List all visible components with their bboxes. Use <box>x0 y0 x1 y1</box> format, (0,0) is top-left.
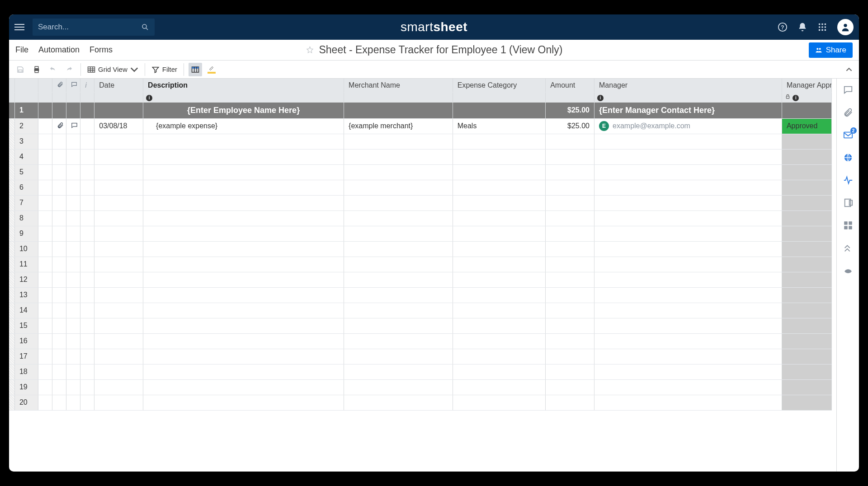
cell[interactable] <box>453 210 545 226</box>
cell[interactable] <box>453 134 545 149</box>
cell[interactable] <box>546 364 594 379</box>
cell[interactable] <box>782 364 831 379</box>
row-number[interactable]: 17 <box>14 349 38 364</box>
cell[interactable] <box>782 164 831 180</box>
cell[interactable] <box>94 180 143 195</box>
cell[interactable] <box>143 257 344 272</box>
menu-file[interactable]: File <box>15 45 28 55</box>
row-number[interactable]: 14 <box>14 303 38 318</box>
view-switcher[interactable]: Grid View <box>85 63 140 76</box>
cell[interactable] <box>453 257 545 272</box>
cell[interactable] <box>94 379 143 395</box>
cell[interactable] <box>782 210 831 226</box>
cell[interactable] <box>344 195 453 210</box>
apps-grid-icon[interactable] <box>817 22 827 32</box>
cell[interactable] <box>453 241 545 257</box>
cell[interactable] <box>344 134 453 149</box>
print-button[interactable] <box>30 63 43 76</box>
cell[interactable] <box>344 318 453 333</box>
cell[interactable] <box>782 318 831 333</box>
cell[interactable] <box>594 164 782 180</box>
cell[interactable] <box>344 164 453 180</box>
cell[interactable] <box>594 210 782 226</box>
cell[interactable] <box>453 379 545 395</box>
cell[interactable] <box>594 195 782 210</box>
cell[interactable] <box>94 272 143 287</box>
save-button[interactable] <box>14 63 27 76</box>
cell[interactable] <box>453 149 545 164</box>
menu-automation[interactable]: Automation <box>38 45 80 55</box>
rail-attachments[interactable] <box>843 107 853 117</box>
cell[interactable] <box>143 333 344 349</box>
cell[interactable] <box>143 241 344 257</box>
cell[interactable] <box>782 134 831 149</box>
cell-amount[interactable]: $25.00 <box>546 118 594 134</box>
rail-more-2[interactable] <box>843 243 853 253</box>
cell[interactable] <box>546 287 594 303</box>
cell[interactable] <box>143 303 344 318</box>
cell[interactable] <box>546 333 594 349</box>
cell[interactable] <box>453 349 545 364</box>
cell[interactable] <box>782 180 831 195</box>
row-number[interactable]: 13 <box>14 287 38 303</box>
row-number[interactable]: 2 <box>14 118 38 134</box>
cell[interactable] <box>594 318 782 333</box>
cell[interactable] <box>344 364 453 379</box>
cell[interactable] <box>782 272 831 287</box>
menu-forms[interactable]: Forms <box>90 45 113 55</box>
cell[interactable] <box>594 333 782 349</box>
cell[interactable] <box>344 287 453 303</box>
cell[interactable] <box>453 195 545 210</box>
cell-description[interactable]: {example expense} <box>143 118 344 134</box>
cell[interactable] <box>143 164 344 180</box>
share-button[interactable]: Share <box>809 42 853 58</box>
row-number[interactable]: 1 <box>14 102 38 118</box>
cell[interactable] <box>344 333 453 349</box>
cell[interactable] <box>94 287 143 303</box>
cell[interactable] <box>344 180 453 195</box>
summary-manager[interactable]: {Enter Manager Contact Here} <box>594 102 782 118</box>
collapse-toolbar[interactable] <box>844 64 854 75</box>
row-number[interactable]: 8 <box>14 210 38 226</box>
cell[interactable] <box>143 149 344 164</box>
row-number[interactable]: 12 <box>14 272 38 287</box>
cell[interactable] <box>344 272 453 287</box>
search-box[interactable] <box>33 19 155 36</box>
cell[interactable] <box>594 226 782 241</box>
rail-comments[interactable] <box>843 85 853 95</box>
cell-approval[interactable]: Approved <box>782 118 831 134</box>
cell[interactable] <box>546 226 594 241</box>
cell[interactable] <box>344 303 453 318</box>
rail-update-requests[interactable]: 2 <box>843 130 853 140</box>
rail-more-3[interactable] <box>843 266 853 276</box>
cell[interactable] <box>453 333 545 349</box>
cell[interactable] <box>782 195 831 210</box>
cell[interactable] <box>143 349 344 364</box>
cell[interactable] <box>594 379 782 395</box>
cell[interactable] <box>94 303 143 318</box>
cell[interactable] <box>594 364 782 379</box>
cell[interactable] <box>546 149 594 164</box>
info-icon[interactable]: i <box>597 95 604 101</box>
cell[interactable] <box>143 134 344 149</box>
row-number[interactable]: 19 <box>14 379 38 395</box>
col-description[interactable]: Description <box>143 79 344 92</box>
menu-toggle[interactable] <box>14 20 28 34</box>
cell[interactable] <box>546 241 594 257</box>
cell[interactable] <box>143 272 344 287</box>
cell-date[interactable]: 03/08/18 <box>94 118 143 134</box>
cell[interactable] <box>453 395 545 410</box>
user-avatar[interactable] <box>837 19 854 35</box>
cell[interactable] <box>453 226 545 241</box>
cell[interactable] <box>594 349 782 364</box>
cell[interactable] <box>782 333 831 349</box>
row-number[interactable]: 16 <box>14 333 38 349</box>
cell-category[interactable]: Meals <box>453 118 545 134</box>
row-attachment-icon[interactable] <box>52 118 66 134</box>
cell[interactable] <box>782 395 831 410</box>
cell[interactable] <box>594 241 782 257</box>
cell[interactable] <box>453 272 545 287</box>
help-icon[interactable]: ? <box>778 22 788 32</box>
cell[interactable] <box>143 180 344 195</box>
cell[interactable] <box>594 149 782 164</box>
